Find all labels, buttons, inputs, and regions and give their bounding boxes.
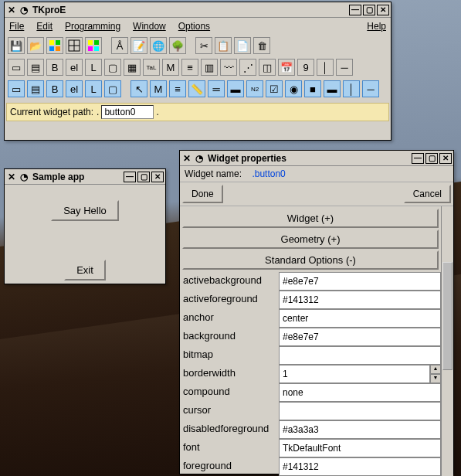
paste-icon[interactable]: 📄 [234,37,251,54]
widget-list-icon[interactable]: ≡ [181,59,198,76]
open-icon[interactable]: 📂 [27,37,44,54]
titlebar[interactable]: ✕ ◔ Widget properties — ▢ ✕ [180,151,453,166]
spinner-up-icon[interactable]: ▲ [430,365,441,374]
close-button[interactable]: ✕ [151,172,164,182]
sel-scale-icon[interactable]: ═ [208,80,225,97]
widget-name-link[interactable]: .button0 [252,168,285,179]
done-button[interactable]: Done [182,185,223,203]
sel-vsep-icon[interactable]: │ [343,80,360,97]
prop-row: foreground [180,457,441,476]
sel-arrow-icon[interactable]: ↖ [131,80,147,97]
sel-list-icon[interactable]: ≡ [169,80,186,97]
widget-cal-icon[interactable]: 📅 [278,59,295,76]
path-input[interactable] [101,105,154,119]
menu-options[interactable]: Options [178,21,210,32]
grid3-icon[interactable] [85,37,102,54]
section-widget[interactable]: Widget (+) [182,209,439,228]
widget-bars-icon[interactable]: ▥ [201,59,218,76]
copy-icon[interactable]: 📋 [215,37,232,54]
scrollbar-thumb[interactable] [442,262,453,370]
grid1-icon[interactable] [46,37,63,54]
cancel-button[interactable]: Cancel [404,185,451,203]
sel-ruler-icon[interactable]: 📏 [188,80,205,97]
minimize-button[interactable]: — [124,172,136,182]
path-label: Current widget path: [10,107,93,117]
widget-wave-icon[interactable]: 〰 [220,59,237,76]
widget-box-icon[interactable]: ▢ [104,59,121,76]
sel-b-icon[interactable]: B [46,80,63,97]
widget-frame-icon[interactable]: ▭ [8,59,25,76]
widget-panel-icon[interactable]: ▤ [27,59,44,76]
sel-prog-icon[interactable]: ▬ [324,80,341,97]
widget-9-icon[interactable]: 9 [297,59,314,76]
prop-input[interactable] [279,439,441,457]
close-button[interactable]: ✕ [377,5,389,15]
svg-rect-7 [88,40,93,45]
widget-panes-icon[interactable]: ◫ [259,59,276,76]
app-icon-2: ◔ [19,172,29,182]
spinner-down-icon[interactable]: ▼ [430,374,441,383]
maximize-button[interactable]: ▢ [425,153,438,164]
sel-l-icon[interactable]: L [85,80,102,97]
save-icon[interactable]: 💾 [8,37,25,54]
sel-hsep-icon[interactable]: ─ [362,80,379,97]
sel-frame-icon[interactable]: ▭ [8,80,25,97]
widget-vslider-icon[interactable]: │ [317,59,334,76]
sel-m-icon[interactable]: M [150,80,167,97]
widget-name-bar: Widget name: .button0 [180,166,453,182]
say-hello-button[interactable]: Say Hello [51,200,119,221]
prop-row: borderwidth▲▼ [180,365,441,383]
sel-slider-icon[interactable]: ▬ [227,80,244,97]
section-geometry[interactable]: Geometry (+) [182,230,439,249]
widget-l-icon[interactable]: L [85,59,102,76]
scrollbar[interactable] [441,206,453,476]
menu-window[interactable]: Window [133,21,166,32]
globe-icon[interactable]: 🌐 [150,37,167,54]
widget-el-icon[interactable]: el [66,59,83,76]
menu-edit[interactable]: Edit [36,21,53,32]
sel-num-icon[interactable]: N2 [246,80,263,97]
sel-radio-icon[interactable]: ◉ [285,80,302,97]
prop-label: compound [180,383,279,402]
menu-help[interactable]: Help [367,21,386,32]
menu-programming[interactable]: Programming [65,21,120,32]
exit-button[interactable]: Exit [64,260,106,280]
main-window: ✕ ◔ TKproE — ▢ ✕ File Edit Programming W… [4,2,392,141]
sel-panel-icon[interactable]: ▤ [27,80,44,97]
widget-tal-icon[interactable]: TaL [143,59,160,76]
cut-icon[interactable]: ✂ [195,37,212,54]
tree-icon[interactable]: 🌳 [169,37,186,54]
sel-check-icon[interactable]: ☑ [266,80,283,97]
grid2-icon[interactable] [66,37,83,54]
minimize-button[interactable]: — [412,153,424,164]
sel-el-icon[interactable]: el [66,80,83,97]
prop-input[interactable] [279,309,441,328]
widget-diag-icon[interactable]: ⋰ [239,59,256,76]
widget-sel-icon[interactable]: ▦ [124,59,141,76]
titlebar[interactable]: ✕ ◔ TKproE — ▢ ✕ [5,2,391,18]
widget-b-icon[interactable]: B [46,59,63,76]
prop-input[interactable] [279,346,441,365]
sel-stop-icon[interactable]: ■ [304,80,321,97]
section-standard-options[interactable]: Standard Options (-) [182,250,439,270]
prop-input[interactable] [279,420,441,439]
maximize-button[interactable]: ▢ [137,172,150,182]
widget-m-icon[interactable]: M [162,59,179,76]
edit-icon[interactable]: 📝 [131,37,147,54]
maximize-button[interactable]: ▢ [363,5,375,15]
prop-input[interactable] [279,457,441,476]
prop-input[interactable] [279,402,441,420]
widget-hslider-icon[interactable]: ─ [336,59,353,76]
close-button[interactable]: ✕ [439,153,452,164]
titlebar[interactable]: ✕ ◔ Sample app — ▢ ✕ [5,169,165,185]
prop-input[interactable] [279,328,441,346]
compass-icon[interactable]: Å [111,37,128,54]
prop-input[interactable] [279,383,441,402]
prop-input[interactable] [279,365,430,383]
delete-icon[interactable]: 🗑 [253,37,270,54]
sel-box-icon[interactable]: ▢ [104,80,121,97]
prop-input[interactable] [279,291,441,309]
menu-file[interactable]: File [9,21,24,32]
minimize-button[interactable]: — [349,5,361,15]
prop-input[interactable] [279,272,441,291]
